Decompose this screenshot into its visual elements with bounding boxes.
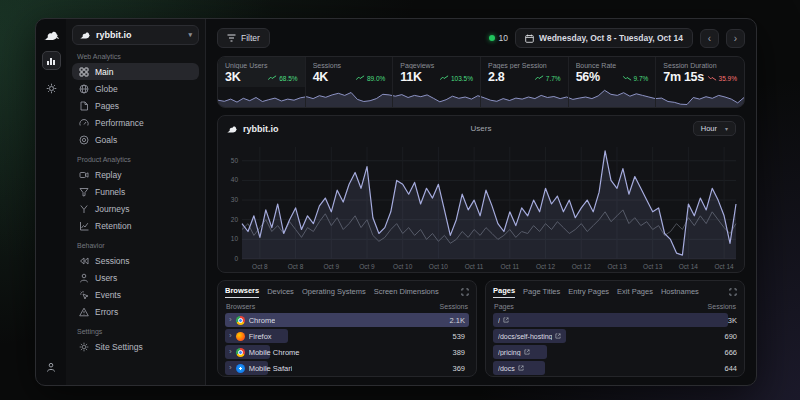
stats-grid: Unique Users 3K 68.5% Sessions 4K 89.0% … xyxy=(218,57,744,87)
sidebar-item-funnels[interactable]: Funnels xyxy=(72,183,199,200)
main-content: Filter 10 Wednesday, Oct 8 - Tuesday, Oc… xyxy=(206,19,756,385)
chart-site-name: rybbit.io xyxy=(243,124,279,134)
firefox-icon xyxy=(236,332,245,341)
chevron-right-icon: › xyxy=(734,33,737,44)
browsers-rows: ›Chrome2.1K ›Firefox539 ›Mobile Chrome38… xyxy=(225,313,469,375)
globe-icon xyxy=(79,84,89,94)
sidebar-item-journeys[interactable]: Journeys xyxy=(72,200,199,217)
session-bar: /docs/self-hosting xyxy=(493,329,566,343)
svg-text:30: 30 xyxy=(231,196,239,203)
external-link-icon[interactable] xyxy=(518,365,524,371)
table-row[interactable]: /pricing 666 xyxy=(493,345,737,359)
main-chart-panel: rybbit.io Users Hour ▾ 01020304050Oct 8O… xyxy=(217,115,745,273)
table-row[interactable]: /docs/self-hosting 690 xyxy=(493,329,737,343)
tab-operating-systems[interactable]: Operating Systems xyxy=(302,287,366,298)
table-row[interactable]: ›Mobile Safari369 xyxy=(225,361,469,375)
users-line-chart: 01020304050Oct 8Oct 8Oct 9Oct 9Oct 10Oct… xyxy=(218,141,744,272)
trend-badge: 9.7% xyxy=(623,75,649,82)
sidebar-item-pages[interactable]: Pages xyxy=(72,97,199,114)
chart-line-icon xyxy=(79,221,89,231)
tab-devices[interactable]: Devices xyxy=(267,287,294,298)
sidebar-item-performance[interactable]: Performance xyxy=(72,114,199,131)
tab-screen-dimensions[interactable]: Screen Dimensions xyxy=(374,287,439,298)
tab-exit-pages[interactable]: Exit Pages xyxy=(617,287,653,298)
site-selector[interactable]: rybbit.io ▾ xyxy=(72,25,199,45)
sidebar-item-main[interactable]: Main xyxy=(72,63,199,80)
external-link-icon[interactable] xyxy=(503,317,509,323)
sidebar-item-events[interactable]: Events xyxy=(72,286,199,303)
stat-label: Sessions xyxy=(313,62,386,69)
chevron-right-icon[interactable]: › xyxy=(229,332,232,340)
session-count: 666 xyxy=(724,348,737,357)
chevron-right-icon[interactable]: › xyxy=(229,316,232,324)
trend-badge: 89.0% xyxy=(356,75,385,82)
stat-session-duration[interactable]: Session Duration 7m 15s 35.9% xyxy=(656,57,744,87)
stat-pageviews[interactable]: Pageviews 11K 103.5% xyxy=(393,57,481,87)
stat-pages-per-session[interactable]: Pages per Session 2.8 7.7% xyxy=(481,57,569,87)
pages-table-header: Pages Sessions xyxy=(494,303,736,310)
sidebar-item-label: Performance xyxy=(95,118,144,128)
prev-period-button[interactable]: ‹ xyxy=(700,29,719,48)
chevron-right-icon[interactable]: › xyxy=(229,364,232,372)
column-name: Pages xyxy=(494,303,514,310)
stat-bounce-rate[interactable]: Bounce Rate 56% 9.7% xyxy=(569,57,657,87)
chevron-left-icon: ‹ xyxy=(708,33,711,44)
sidebar-item-label: Retention xyxy=(95,221,131,231)
gear-icon xyxy=(79,342,89,352)
sidebar: rybbit.io ▾ Web Analytics Main Globe Pag… xyxy=(66,19,206,385)
sidebar-item-site-settings[interactable]: Site Settings xyxy=(72,338,199,355)
tab-hostnames[interactable]: Hostnames xyxy=(661,287,699,298)
table-row[interactable]: ›Firefox539 xyxy=(225,329,469,343)
session-count: 2.1K xyxy=(450,316,465,325)
expand-icon[interactable] xyxy=(729,288,737,296)
filter-button[interactable]: Filter xyxy=(217,28,270,48)
table-row[interactable]: /docs 644 xyxy=(493,361,737,375)
tab-pages[interactable]: Pages xyxy=(493,286,515,298)
trend-badge: 103.5% xyxy=(440,75,473,82)
sidebar-item-label: Goals xyxy=(95,135,117,145)
tab-page-titles[interactable]: Page Titles xyxy=(523,287,560,298)
live-visitors[interactable]: 10 xyxy=(489,33,508,43)
stat-value: 7m 15s xyxy=(663,70,704,84)
svg-text:10: 10 xyxy=(231,235,239,242)
trend-badge: 7.7% xyxy=(535,75,561,82)
table-row[interactable]: ›Mobile Chrome389 xyxy=(225,345,469,359)
svg-text:40: 40 xyxy=(231,176,239,183)
cursor-click-icon xyxy=(79,290,89,300)
external-link-icon[interactable] xyxy=(555,333,561,339)
tab-browsers[interactable]: Browsers xyxy=(225,286,259,298)
analytics-rail-button[interactable] xyxy=(42,51,61,70)
rybbit-logo-icon[interactable] xyxy=(43,28,59,42)
user-account-icon[interactable] xyxy=(42,357,61,376)
svg-text:Oct 12: Oct 12 xyxy=(572,263,592,270)
external-link-icon[interactable] xyxy=(524,349,530,355)
sidebar-item-goals[interactable]: Goals xyxy=(72,131,199,148)
svg-text:Oct 14: Oct 14 xyxy=(679,263,699,270)
gauge-icon xyxy=(79,118,89,128)
sidebar-item-errors[interactable]: Errors xyxy=(72,303,199,320)
stat-unique-users[interactable]: Unique Users 3K 68.5% xyxy=(218,57,306,87)
sidebar-item-sessions[interactable]: Sessions xyxy=(72,252,199,269)
stat-sessions[interactable]: Sessions 4K 89.0% xyxy=(306,57,394,87)
expand-icon[interactable] xyxy=(461,288,469,296)
date-range-button[interactable]: Wednesday, Oct 8 - Tuesday, Oct 14 xyxy=(515,28,693,48)
sidebar-item-replay[interactable]: Replay xyxy=(72,166,199,183)
gear-rail-icon[interactable] xyxy=(42,79,61,98)
svg-text:Oct 13: Oct 13 xyxy=(643,263,663,270)
table-row[interactable]: / 3K xyxy=(493,313,737,327)
chevron-right-icon[interactable]: › xyxy=(229,348,232,356)
interval-select[interactable]: Hour ▾ xyxy=(693,121,736,136)
tab-entry-pages[interactable]: Entry Pages xyxy=(568,287,609,298)
sidebar-item-users[interactable]: Users xyxy=(72,269,199,286)
session-bar: /pricing xyxy=(493,345,547,359)
table-row[interactable]: ›Chrome2.1K xyxy=(225,313,469,327)
top-bar: Filter 10 Wednesday, Oct 8 - Tuesday, Oc… xyxy=(217,27,745,49)
sidebar-item-label: Funnels xyxy=(95,187,125,197)
chevron-down-icon: ▾ xyxy=(725,125,728,132)
icon-rail xyxy=(36,19,66,385)
pages-rows: / 3K /docs/self-hosting 690 /pricing 666… xyxy=(493,313,737,375)
svg-text:Oct 13: Oct 13 xyxy=(607,263,627,270)
sidebar-item-retention[interactable]: Retention xyxy=(72,217,199,234)
sidebar-item-globe[interactable]: Globe xyxy=(72,80,199,97)
next-period-button[interactable]: › xyxy=(726,29,745,48)
